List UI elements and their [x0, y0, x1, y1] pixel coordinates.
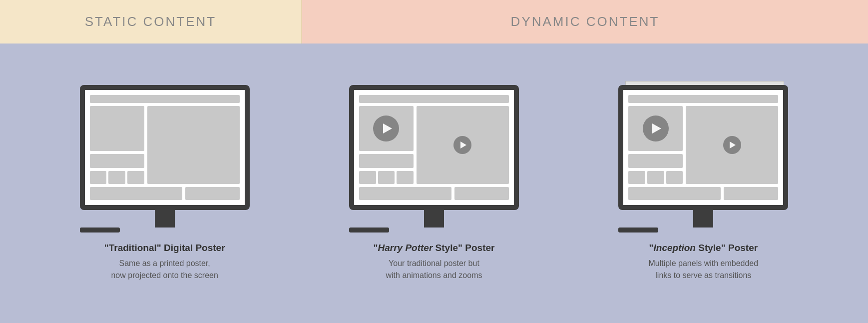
caption-body-harry-potter: Your traditional poster butwith animatio… — [374, 258, 495, 282]
caption-inception: "Inception Style" Poster Multiple panels… — [648, 232, 758, 282]
monitor-base-harry-potter — [349, 228, 389, 232]
caption-title-inception: "Inception Style" Poster — [648, 242, 758, 254]
monitor-frame-inception — [618, 85, 788, 210]
monitor-harry-potter — [349, 85, 519, 232]
panel-harry-potter: "Harry Potter Style" Poster Your traditi… — [349, 85, 519, 282]
static-label: STATIC CONTENT — [85, 14, 216, 30]
panel-inception: "Inception Style" Poster Multiple panels… — [618, 85, 788, 282]
monitor-stand-traditional — [155, 210, 175, 228]
monitor-stand-inception — [693, 210, 713, 228]
header-dynamic: DYNAMIC CONTENT — [302, 0, 868, 44]
caption-body-traditional: Same as a printed poster,now projected o… — [104, 258, 225, 282]
monitor-inception — [618, 85, 788, 232]
monitor-stand-harry-potter — [424, 210, 444, 228]
header-static: STATIC CONTENT — [0, 0, 302, 44]
page-wrapper: STATIC CONTENT DYNAMIC CONTENT — [0, 0, 868, 323]
caption-harry-potter: "Harry Potter Style" Poster Your traditi… — [374, 232, 495, 282]
panel-traditional: "Traditional" Digital Poster Same as a p… — [80, 85, 250, 282]
monitor-frame-harry-potter — [349, 85, 519, 210]
caption-title-traditional: "Traditional" Digital Poster — [104, 242, 225, 254]
caption-title-harry-potter: "Harry Potter Style" Poster — [374, 242, 495, 254]
caption-body-inception: Multiple panels with embeddedlinks to se… — [648, 258, 758, 282]
monitor-base-traditional — [80, 228, 120, 232]
dynamic-label: DYNAMIC CONTENT — [511, 14, 660, 30]
caption-traditional: "Traditional" Digital Poster Same as a p… — [104, 232, 225, 282]
main-area: "Traditional" Digital Poster Same as a p… — [0, 44, 868, 323]
monitor-traditional — [80, 85, 250, 232]
header-row: STATIC CONTENT DYNAMIC CONTENT — [0, 0, 868, 44]
monitor-frame-traditional — [80, 85, 250, 210]
monitor-base-inception — [618, 228, 658, 232]
